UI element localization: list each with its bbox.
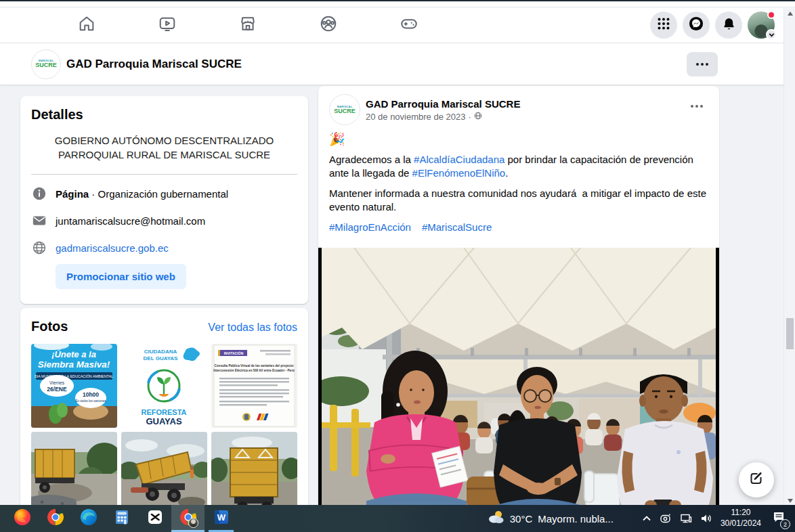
photo-thumb-truck-rear[interactable]	[211, 432, 297, 516]
weather-widget[interactable]: 30°C Mayorm. nubla...	[487, 510, 614, 527]
promote-website-button[interactable]: Promocionar sitio web	[56, 264, 186, 289]
post-more-button[interactable]	[687, 101, 707, 112]
edge-icon	[80, 508, 98, 529]
post-body: 🎉 Agradecemos a la #AlcaldíaCiudadana po…	[318, 125, 719, 248]
photo-thumb-truck-dumping[interactable]	[121, 432, 207, 516]
page-email: juntamariscalsucre@hotmail.com	[56, 215, 205, 227]
capcut-icon	[147, 509, 163, 528]
action-center-button[interactable]: 2	[772, 511, 786, 526]
page-type-label: Página	[56, 188, 89, 200]
firefox-taskbar-button[interactable]	[5, 505, 39, 532]
watch-icon	[158, 14, 177, 36]
page-header: MARISCAL SUCRE GAD Parroquia Mariscal SU…	[0, 43, 795, 85]
nav-tab-home[interactable]	[46, 7, 127, 43]
clock-date: 30/01/2024	[721, 518, 761, 529]
nav-tab-marketplace[interactable]	[207, 7, 288, 43]
notification-count-badge: 2	[780, 519, 790, 529]
nav-tab-groups[interactable]	[288, 7, 368, 43]
weather-cloud-sun-icon	[487, 510, 504, 527]
browser-scrollbar[interactable]	[783, 8, 795, 506]
tray-chevron-up-icon[interactable]	[642, 515, 651, 522]
tray-network-icon[interactable]	[680, 513, 692, 524]
svg-text:GUAYAS: GUAYAS	[146, 416, 182, 426]
notifications-button[interactable]	[715, 12, 742, 39]
word-taskbar-button[interactable]: W	[205, 505, 238, 532]
info-icon	[31, 185, 47, 202]
see-all-photos-link[interactable]: Ver todas las fotos	[208, 322, 297, 334]
nav-tab-watch[interactable]	[127, 7, 207, 43]
details-row-website: gadmariscalsucre.gob.ec	[31, 240, 297, 256]
svg-text:Consulta Pública Virtual de la: Consulta Pública Virtual de las variante…	[214, 364, 293, 368]
hashtag-alcaldia[interactable]: #AlcaldíaCiudadana	[414, 154, 504, 165]
chrome-taskbar-button[interactable]	[39, 505, 72, 532]
hashtag-fenomeno[interactable]: #ElFenómenoElNiño	[412, 167, 506, 179]
details-card: Detalles GOBIERNO AUTÓNOMO DESCENTRALIZA…	[20, 96, 308, 304]
calculator-icon	[114, 509, 130, 528]
party-popper-emoji: 🎉	[329, 131, 708, 148]
photos-card: Fotos Ver todas las fotos ¡Únete a la Si…	[20, 308, 308, 532]
page-logo-avatar[interactable]: MARISCAL SUCRE	[31, 49, 61, 79]
details-row-email: juntamariscalsucre@hotmail.com	[31, 213, 297, 229]
scrollbar-thumb[interactable]	[786, 318, 794, 349]
capcut-taskbar-button[interactable]	[138, 505, 171, 532]
post-card: MARISCAL SUCRE GAD Parroquia Mariscal SU…	[318, 86, 719, 532]
svg-text:W: W	[217, 512, 225, 523]
post-date[interactable]: 20 de noviembre de 2023 ·	[366, 112, 520, 122]
details-description: GOBIERNO AUTÓNOMO DESCENTRALIZADO PARROQ…	[31, 133, 297, 162]
page-website-link[interactable]: gadmariscalsucre.gob.ec	[56, 242, 169, 254]
weather-condition: Mayorm. nubla...	[538, 513, 614, 525]
taskbar-clock[interactable]: 11:20 30/01/2024	[721, 508, 761, 529]
hashtag-milagro[interactable]: #MilagroEnAcción	[329, 221, 411, 233]
tray-volume-icon[interactable]	[700, 513, 712, 524]
post-author-name[interactable]: GAD Parroquia Mariscal SUCRE	[366, 98, 520, 110]
photo-thumb-siembra-poster[interactable]: ¡Únete a la Siembra Masiva! DIA MUNDIAL …	[31, 344, 117, 428]
page-logo-text-bottom: SUCRE	[35, 62, 57, 68]
messenger-icon	[689, 16, 704, 34]
svg-text:26/ENE: 26/ENE	[47, 386, 67, 393]
page-type-separator: ·	[91, 188, 95, 200]
messenger-button[interactable]	[683, 12, 710, 39]
edge-taskbar-button[interactable]	[72, 505, 105, 532]
groups-icon	[319, 14, 338, 36]
divider	[31, 174, 297, 175]
page-more-button[interactable]	[687, 52, 718, 76]
photo-thumb-invitacion-document[interactable]: INVITACIÓN Consulta Pública Virtual de l…	[211, 344, 297, 428]
clock-time: 11:20	[721, 508, 761, 518]
svg-text:DEL GUAYAS: DEL GUAYAS	[144, 355, 179, 361]
post-photo[interactable]	[318, 248, 719, 512]
nav-tab-gaming[interactable]	[368, 7, 449, 43]
svg-text:INVITACIÓN: INVITACIÓN	[224, 351, 244, 355]
svg-text:CIUDADANA: CIUDADANA	[144, 349, 177, 355]
mail-icon	[31, 213, 47, 229]
photos-title: Fotos	[31, 319, 68, 334]
tray-cast-icon[interactable]	[660, 513, 672, 524]
chrome-active-taskbar-button[interactable]	[171, 505, 205, 532]
photo-thumb-truck-gravel[interactable]	[31, 432, 117, 516]
taskbar-tray: 30°C Mayorm. nubla... 11:20 30/01/2024	[487, 508, 795, 529]
svg-text:Viernes: Viernes	[49, 380, 65, 385]
details-title: Detalles	[31, 107, 297, 123]
svg-text:¡Únete a la: ¡Únete a la	[51, 349, 96, 359]
compose-fab-button[interactable]	[739, 462, 774, 497]
photo-grid: ¡Únete a la Siembra Masiva! DIA MUNDIAL …	[31, 344, 297, 516]
apps-grid-icon	[657, 17, 670, 33]
scrollbar-up-arrow[interactable]	[784, 8, 795, 19]
home-icon	[77, 14, 96, 36]
post-header: MARISCAL SUCRE GAD Parroquia Mariscal SU…	[318, 86, 719, 125]
svg-text:10h00: 10h00	[83, 391, 99, 398]
more-dots-icon	[696, 63, 699, 66]
post-paragraph-1: Agradecemos a la #AlcaldíaCiudadana por …	[329, 153, 708, 180]
post-author-avatar[interactable]: MARISCAL SUCRE	[329, 94, 360, 125]
hashtag-mariscal[interactable]: #MariscalSucre	[422, 221, 492, 233]
privacy-globe-icon	[474, 112, 482, 122]
chevron-down-icon	[766, 29, 777, 40]
chrome-profile-avatar	[188, 518, 198, 528]
photo-thumb-reforesta-poster[interactable]: CIUDADANA DEL GUAYAS REFORESTA GUAYAS	[121, 344, 207, 428]
account-avatar[interactable]	[748, 12, 775, 39]
notifications-bell-icon	[722, 17, 736, 34]
svg-text:En todos los cantones: En todos los cantones	[75, 399, 106, 403]
calculator-taskbar-button[interactable]	[105, 505, 138, 532]
weather-temperature: 30°C	[510, 513, 533, 525]
apps-grid-button[interactable]	[650, 12, 677, 39]
svg-text:Siembra Masiva!: Siembra Masiva!	[38, 359, 110, 370]
